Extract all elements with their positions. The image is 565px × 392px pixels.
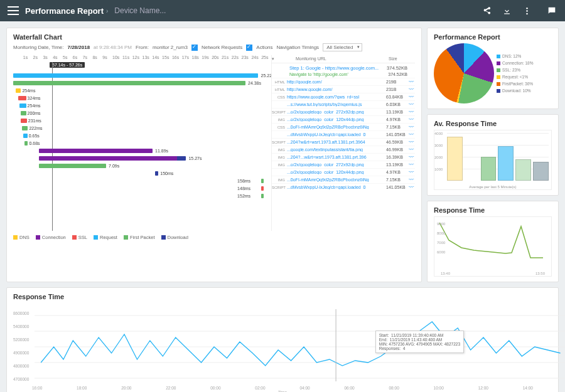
menu-icon[interactable] (8, 6, 19, 15)
filter-label: Monitoring Date, Time: (13, 45, 63, 50)
rt-small-chart[interactable]: 9000800070006000 13:4013:50 (434, 216, 552, 277)
waterfall-row[interactable]: 0.65s (13, 132, 271, 139)
step-row[interactable]: Step 1: Google - https://www.google.com.… (272, 63, 415, 72)
req-type: IMG (272, 156, 287, 159)
request-row: IMG...o/2x/googlelogo_color_120x44dp.png… (272, 115, 415, 123)
req-url[interactable]: ...google.com/textinputassistant/tia.png (287, 147, 386, 152)
waterfall-row[interactable]: 11.89s (13, 147, 271, 154)
req-url[interactable]: ...0oFI-mMAmrQq9d2pZRBcPbocbnz6iNg (287, 177, 386, 182)
req-size: 141.05KB (386, 185, 409, 189)
waterfall-row[interactable]: 200ms (13, 109, 271, 117)
trend-icon[interactable]: 〰 (409, 102, 415, 107)
waterfall-row[interactable]: 152ms (13, 192, 271, 199)
rt-big-card: Response Time 860000054000005200000 4900… (6, 287, 559, 392)
collapse-icon[interactable]: ▾ (272, 56, 278, 61)
checkbox-network-label: Network Requests (202, 45, 242, 50)
comment-icon[interactable] (546, 5, 557, 16)
pie-legend-item: Connection: 18% (497, 60, 534, 66)
trend-icon[interactable]: 〰 (409, 162, 415, 167)
waterfall-row[interactable]: 158ms (13, 177, 271, 184)
top-bar: Performance Report › Device Name... (0, 0, 565, 21)
req-url[interactable]: http://google.com/ (287, 80, 386, 84)
trend-icon[interactable]: 〰 (409, 177, 415, 183)
req-type: HTML (272, 88, 287, 92)
req-url[interactable]: ...dMvsbWxppU-lxJeg/cb=gapi.loaded_0 (287, 132, 386, 137)
waterfall-row[interactable]: 231ms (13, 117, 271, 124)
waterfall-row[interactable]: 324ms (13, 94, 271, 102)
req-url[interactable]: ...dMvsbWxppU-lxJeg/cb=gapi.loaded_0 (287, 185, 386, 189)
share-icon[interactable] (481, 5, 492, 16)
checkbox-network[interactable] (191, 45, 198, 51)
trend-icon[interactable]: 〰 (409, 109, 415, 115)
rt-big-xticks: 16:0018:0020:0022:0000:0002:0004:0006:00… (13, 386, 552, 390)
waterfall-chart[interactable]: 1s2s3s4s5s6s7s8s9s10s11s12s13s14s15s16s1… (13, 55, 272, 231)
trend-icon[interactable]: 〰 (409, 124, 415, 130)
trend-icon[interactable]: 〰 (409, 117, 415, 122)
trend-icon[interactable]: 〰 (409, 139, 415, 145)
req-url[interactable]: ...o/2x/googlelogo_color_272x92dp.png (287, 162, 386, 167)
req-type: IMG (272, 178, 287, 182)
navtimings-select[interactable]: All Selected (323, 43, 362, 51)
navtimings-label: Navigation Timings (277, 45, 320, 50)
waterfall-card: Waterfall Chart Monitoring Date, Time: 7… (6, 28, 422, 282)
req-url[interactable]: ...204?w&rt=wsrt.1973.aft.1381.prt.3964 (287, 140, 386, 144)
req-size: 141.05KB (386, 132, 409, 137)
req-url[interactable]: ...0oFI-mMAmrQq9d2pZRBcPbocbnz6iNg (287, 125, 386, 129)
req-url[interactable]: ...204?...w&rt=wsrt.1973.aft.1381.prt.39… (287, 155, 386, 159)
avrt-bar[interactable] (498, 146, 514, 181)
req-url[interactable]: ...s://www.tut.by/scripts/by2/xgemius.js (287, 102, 386, 107)
req-url[interactable]: http://www.google.com/ (287, 87, 386, 92)
request-row: IMG...204?...w&rt=wsrt.1973.aft.1381.prt… (272, 153, 415, 161)
waterfall-row[interactable]: 150ms (13, 169, 271, 177)
request-row: SCRIPT...204?w&rt=wsrt.1973.aft.1381.prt… (272, 138, 415, 146)
rt-big-chart[interactable]: 860000054000005200000 490000048000004700… (13, 303, 552, 392)
trend-icon[interactable]: 〰 (409, 94, 415, 100)
waterfall-row[interactable]: 222ms (13, 124, 271, 132)
avrt-bar[interactable] (447, 137, 463, 181)
navigate-row: Navigate to 'http://google.com' 374.52KB (272, 72, 415, 78)
download-icon[interactable] (501, 5, 512, 16)
pie-legend-item: SSL: 23% (497, 66, 534, 73)
trend-icon[interactable]: 〰 (409, 79, 415, 85)
req-type: IMG (272, 148, 287, 152)
from-value[interactable]: monitor 2_rum3 (153, 45, 188, 50)
more-icon[interactable] (521, 5, 532, 16)
avrt-bar[interactable] (481, 157, 497, 181)
waterfall-row[interactable]: 25.22s (13, 72, 271, 79)
avrt-bar[interactable] (515, 159, 531, 181)
req-type: SCRIPT (272, 140, 287, 144)
filter-date[interactable]: 7/28/2018 (67, 45, 90, 50)
waterfall-row[interactable]: 24.38s (13, 79, 271, 87)
avrt-bar[interactable] (533, 162, 549, 181)
avrt-chart[interactable]: 4000300020001000 Average per last 5 Minu… (434, 130, 552, 190)
req-type: IMG (272, 118, 287, 122)
pie-chart[interactable] (434, 43, 494, 103)
checkbox-actions[interactable] (246, 45, 252, 51)
req-type: IMG (272, 163, 287, 167)
request-row: ...s://www.tut.by/scripts/by2/xgemius.js… (272, 100, 415, 108)
req-url[interactable]: ...o/2x/googlelogo_color_272x92dp.png (287, 110, 386, 114)
rt-tooltip: Start: 11/21/2019 11:39:40:400 AM End: 1… (375, 331, 464, 353)
trend-icon[interactable]: 〰 (409, 169, 415, 175)
from-label: From: (136, 45, 149, 50)
waterfall-row[interactable]: 148ms (13, 184, 271, 192)
req-url[interactable]: ...o/2x/googlelogo_color_120x44dp.png (287, 117, 386, 122)
waterfall-row[interactable]: 7.09s (13, 162, 271, 169)
waterfall-row[interactable]: 0.68s (13, 139, 271, 147)
trend-icon[interactable]: 〰 (409, 154, 415, 160)
waterfall-row[interactable]: 254ms (13, 87, 271, 94)
pie-legend-item: DNS: 12% (497, 53, 534, 60)
req-url[interactable]: https://www.google.com/?gws_rd=ssl (287, 95, 386, 99)
trend-icon[interactable]: 〰 (409, 132, 415, 137)
req-url[interactable]: ...o/2x/googlelogo_color_120x44dp.png (287, 170, 386, 174)
breadcrumb-device[interactable]: Device Name... (114, 6, 166, 15)
trend-icon[interactable]: 〰 (409, 87, 415, 92)
req-size: 7.15KB (386, 177, 409, 182)
waterfall-row[interactable]: 254ms (13, 102, 271, 109)
page-title: Performance Report (25, 6, 104, 16)
req-type: CSS (272, 125, 287, 129)
trend-icon[interactable]: 〰 (409, 147, 415, 152)
request-row: CSS...0oFI-mMAmrQq9d2pZRBcPbocbnz6iNg7.1… (272, 123, 415, 130)
waterfall-row[interactable]: 15.27s (13, 154, 271, 162)
trend-icon[interactable]: 〰 (409, 184, 415, 190)
